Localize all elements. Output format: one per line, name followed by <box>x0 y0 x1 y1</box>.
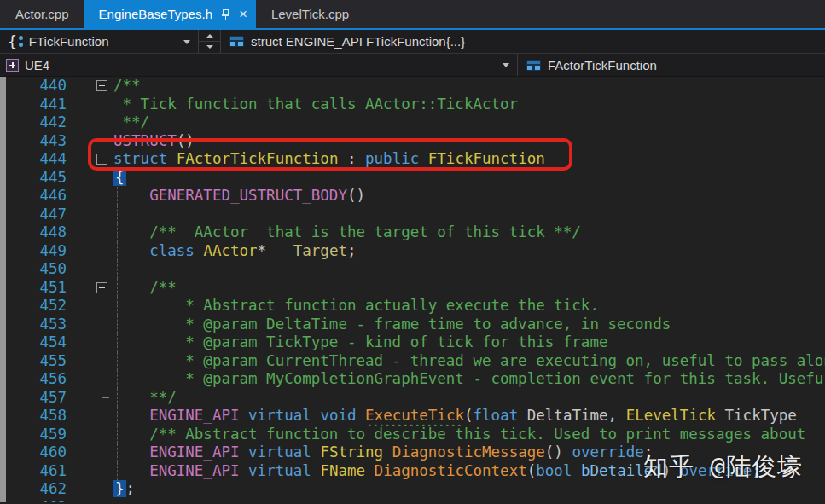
line-number: 455 <box>0 352 67 371</box>
line-number: 440 <box>0 77 67 96</box>
line-number: 457 <box>0 389 67 408</box>
code-text: /** Abstract function to describe this t… <box>112 426 825 444</box>
fold-margin <box>67 113 112 132</box>
code-line[interactable]: 449 class AActor* Target; <box>0 242 825 261</box>
line-number: 444 <box>0 150 67 169</box>
line-number: 446 <box>0 187 67 206</box>
line-number: 452 <box>0 297 67 316</box>
type-dropdown[interactable]: FActorTickFunction <box>518 54 825 76</box>
fold-margin <box>67 333 112 352</box>
code-line[interactable]: 446 GENERATED_USTRUCT_BODY() <box>0 187 825 206</box>
fold-margin <box>67 480 112 499</box>
code-text: **/ <box>112 389 825 408</box>
fold-margin <box>67 389 112 408</box>
code-text: * Tick function that calls AActor::TickA… <box>112 96 825 114</box>
line-number: 454 <box>0 333 67 352</box>
code-text <box>112 206 825 224</box>
fold-toggle[interactable] <box>67 77 112 96</box>
tab-label: EngineBaseTypes.h <box>99 0 212 28</box>
code-line[interactable]: 451 /** <box>0 279 825 298</box>
fold-margin <box>67 206 112 224</box>
code-text: class AActor* Target; <box>112 242 825 261</box>
fold-margin <box>67 187 112 206</box>
code-line[interactable]: 458 ENGINE_API virtual void ExecuteTick(… <box>0 407 825 426</box>
spin-down-button[interactable] <box>199 42 220 53</box>
tab-actor-cpp[interactable]: Actor.cpp <box>0 0 84 28</box>
code-text: * @param DeltaTime - frame time to advan… <box>112 316 825 334</box>
fold-margin <box>67 499 112 503</box>
fold-margin <box>67 407 112 426</box>
tab-enginebasetypes-h[interactable]: EngineBaseTypes.h × <box>84 0 256 28</box>
struct-icon <box>229 36 244 47</box>
code-line[interactable]: 453 * @param DeltaTime - frame time to a… <box>0 316 825 334</box>
line-number: 453 <box>0 316 67 334</box>
tab-leveltick-cpp[interactable]: LevelTick.cpp <box>256 0 364 28</box>
spin-up-button[interactable] <box>199 30 220 42</box>
fold-margin <box>67 316 112 334</box>
fold-toggle[interactable] <box>67 279 112 298</box>
scope-icon: { <box>8 34 23 49</box>
fold-toggle[interactable] <box>67 150 112 169</box>
project-icon <box>6 59 19 72</box>
code-editor[interactable]: 440/**441 * Tick function that calls AAc… <box>0 77 825 502</box>
code-line[interactable]: 443USTRUCT() <box>0 132 825 151</box>
code-text: /** <box>112 279 825 298</box>
code-line[interactable]: 444struct FActorTickFunction : public FT… <box>0 150 825 169</box>
line-number: 451 <box>0 279 67 298</box>
member-dropdown[interactable]: struct ENGINE_API FTickFunction{...} <box>221 30 825 53</box>
line-number: 441 <box>0 96 67 114</box>
code-line[interactable]: 457 **/ <box>0 389 825 408</box>
code-text: ENGINE_API virtual void ExecuteTick(floa… <box>112 407 825 426</box>
code-line[interactable]: 447 <box>0 206 825 224</box>
code-line[interactable]: 452 * Abstract function actually execute… <box>0 297 825 316</box>
code-text <box>112 260 825 279</box>
chevron-down-icon <box>183 40 190 48</box>
tab-bar: Actor.cpp EngineBaseTypes.h × LevelTick.… <box>0 0 825 28</box>
code-line[interactable]: 440/** <box>0 77 825 96</box>
left-margin-strip <box>0 77 6 502</box>
pin-icon[interactable] <box>220 9 231 20</box>
fold-margin <box>67 132 112 151</box>
code-line[interactable]: 448 /** AActor that is the target of thi… <box>0 223 825 242</box>
code-text: * @param TickType - kind of tick for thi… <box>112 333 825 352</box>
code-line[interactable]: 455 * @param CurrentThread - thread we a… <box>0 352 825 371</box>
fold-margin <box>67 169 112 188</box>
code-line[interactable]: 456 * @param MyCompletionGraphEvent - co… <box>0 370 825 389</box>
watermark: 知乎 @陆俊壕 <box>643 450 803 484</box>
navigation-bar: { FTickFunction struct ENGINE_API FTickF… <box>0 30 825 54</box>
line-number: 458 <box>0 407 67 426</box>
fold-margin <box>67 370 112 389</box>
fold-margin <box>67 242 112 261</box>
fold-margin <box>67 260 112 279</box>
line-number: 450 <box>0 260 67 279</box>
code-line[interactable]: 459 /** Abstract function to describe th… <box>0 426 825 444</box>
code-line[interactable]: 454 * @param TickType - kind of tick for… <box>0 333 825 352</box>
code-text: GENERATED_USTRUCT_BODY() <box>112 187 825 206</box>
code-area: 440/**441 * Tick function that calls AAc… <box>0 77 825 502</box>
code-line[interactable]: 441 * Tick function that calls AActor::T… <box>0 96 825 114</box>
close-icon[interactable]: × <box>239 7 247 21</box>
fold-margin <box>67 462 112 481</box>
fold-margin <box>67 96 112 114</box>
line-number: 461 <box>0 462 67 481</box>
scope-dropdown[interactable]: { FTickFunction <box>0 30 199 53</box>
scope-dropdown-value: FTickFunction <box>29 34 109 49</box>
line-number: 448 <box>0 223 67 242</box>
fold-margin <box>67 352 112 371</box>
code-line[interactable]: 445{ <box>0 169 825 188</box>
project-dropdown-value: UE4 <box>25 58 49 72</box>
code-text: * @param CurrentThread - thread we are e… <box>112 352 825 371</box>
code-text: struct FActorTickFunction : public FTick… <box>112 150 825 169</box>
code-line[interactable]: 463 <box>0 499 825 503</box>
project-dropdown[interactable]: UE4 <box>0 54 518 76</box>
line-number: 449 <box>0 242 67 261</box>
code-text: **/ <box>112 113 825 132</box>
member-spinner <box>199 30 221 53</box>
line-number: 460 <box>0 443 67 462</box>
code-line[interactable]: 442 **/ <box>0 113 825 132</box>
code-text: /** AActor that is the target of this ti… <box>112 223 825 242</box>
fold-margin <box>67 223 112 242</box>
code-line[interactable]: 450 <box>0 260 825 279</box>
line-number: 463 <box>0 499 67 503</box>
line-number: 447 <box>0 206 67 224</box>
